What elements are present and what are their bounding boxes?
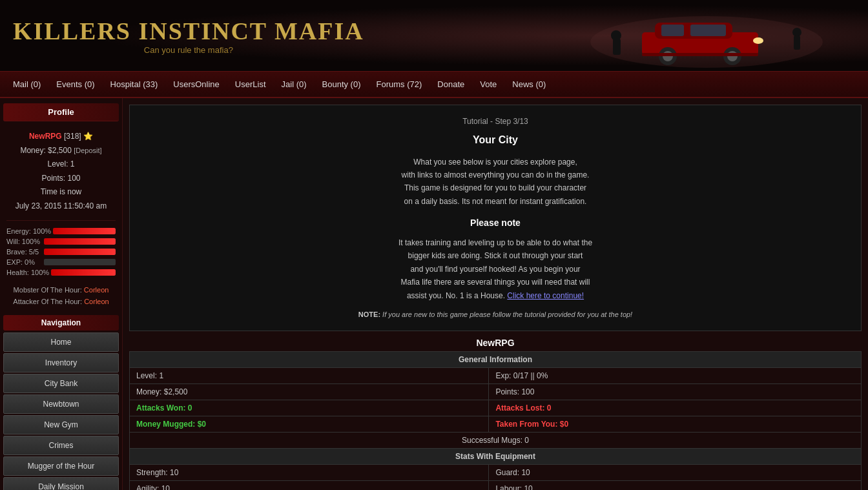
- strength-value: 10: [170, 468, 178, 477]
- nav-events[interactable]: Events (0): [50, 76, 101, 93]
- stat-energy: Energy: 100%: [6, 227, 116, 235]
- nav-crimes-button[interactable]: Crimes: [3, 436, 119, 455]
- site-title: KILLERS INSTINCT MAFIA: [13, 17, 364, 45]
- deposit-link[interactable]: [Deposit]: [74, 147, 101, 154]
- agility-value: 10: [161, 484, 170, 490]
- svg-rect-13: [613, 39, 621, 55]
- stat-brave-bar-bg: [44, 249, 116, 255]
- banner-car-decoration: [577, 3, 836, 68]
- attacks-won-value: 0: [188, 403, 192, 413]
- profile-header: Profile: [3, 103, 119, 121]
- labour-value: 10: [524, 484, 532, 490]
- sidebar: Profile NewRPG [318] ⭐ Money: $2,500 [De…: [0, 98, 123, 490]
- stat-health-label: Health: 100%: [6, 269, 49, 276]
- nav-news[interactable]: News (0): [506, 76, 552, 93]
- level-label-cell: Level: 1: [130, 367, 489, 383]
- nav-hospital[interactable]: Hospital (33): [104, 76, 165, 93]
- stat-health-bar-fill: [51, 269, 116, 276]
- strength-label: Strength:: [136, 468, 168, 477]
- main-content: Tutorial - Step 3/13 Your City What you …: [123, 98, 868, 490]
- mugged-row: Money Mugged: $0 Taken From You: $0: [130, 416, 862, 432]
- stat-brave-bar-fill: [44, 249, 116, 255]
- player-money: $2,500: [48, 146, 72, 155]
- nav-user-list[interactable]: UserList: [229, 76, 273, 93]
- money-label: Money:: [20, 146, 48, 155]
- svg-rect-5: [690, 25, 726, 36]
- stats-header: Stats With Equipment: [130, 448, 862, 464]
- note-p5: assist you. No. 1 is a House.: [407, 291, 505, 300]
- nav-home-button[interactable]: Home: [3, 332, 119, 352]
- mobster-hour-label: Mobster Of The Hour:: [14, 286, 82, 294]
- mobster-hour-name: Corleon: [84, 286, 109, 294]
- money-mugged-cell: Money Mugged: $0: [130, 416, 489, 432]
- stat-exp-label: EXP: 0%: [6, 258, 42, 266]
- taken-from-label: Taken From You:: [495, 420, 557, 429]
- nav-mail[interactable]: Mail (0): [6, 76, 47, 93]
- nav-vote[interactable]: Vote: [473, 76, 503, 93]
- guard-label: Guard:: [495, 468, 519, 477]
- profile-label: Profile: [48, 107, 74, 117]
- successful-mugs-label: Successful Mugs:: [462, 436, 522, 445]
- note-p1: It takes training and leveling up to be …: [398, 238, 592, 247]
- taken-from-cell: Taken From You: $0: [489, 416, 862, 432]
- note-p4: Mafia life there are several things you …: [401, 278, 590, 287]
- tutorial-p1: What you see below is your cities explor…: [413, 158, 577, 167]
- mobster-info: Mobster Of The Hour: Corleon Attacker Of…: [0, 282, 122, 310]
- nav-bounty[interactable]: Bounty (0): [316, 76, 367, 93]
- stats-section: Energy: 100% Will: 100% Brave: 5/5 EXP: …: [0, 224, 122, 282]
- exp-label: Exp:: [495, 371, 511, 380]
- points-label: Points:: [41, 174, 65, 183]
- nav-donate[interactable]: Donate: [431, 76, 471, 93]
- tutorial-p4: on a daily basis. Its not meant for inst…: [404, 197, 587, 206]
- money-mugged-label: Money Mugged:: [136, 420, 195, 429]
- exp-value: 0/17 || 0%: [513, 371, 548, 380]
- nav-new-gym-button[interactable]: New Gym: [3, 415, 119, 434]
- banner-title: KILLERS INSTINCT MAFIA Can you rule the …: [13, 17, 364, 55]
- attacks-lost-label: Attacks Lost:: [495, 403, 544, 413]
- nav-forums[interactable]: Forums (72): [370, 76, 429, 93]
- main-layout: Profile NewRPG [318] ⭐ Money: $2,500 [De…: [0, 98, 868, 490]
- stat-health-bar-bg: [51, 269, 116, 276]
- successful-mugs-value: 0: [524, 436, 529, 445]
- points-cell: Points: 100: [489, 383, 862, 400]
- stats-with-equipment-header-row: Stats With Equipment: [130, 448, 862, 464]
- points-label: Points:: [495, 387, 519, 396]
- note-bottom-text: If you are new to this game please follo…: [382, 311, 632, 318]
- strength-cell: Strength: 10: [130, 464, 489, 480]
- note-pre: NOTE:: [358, 311, 382, 318]
- money-cell: Money: $2,500: [130, 383, 489, 400]
- tutorial-note-bottom: NOTE: If you are new to this game please…: [143, 309, 848, 321]
- nav-inventory-button[interactable]: Inventory: [3, 353, 119, 373]
- money-points-row: Money: $2,500 Points: 100: [130, 383, 862, 400]
- attacks-row: Attacks Won: 0 Attacks Lost: 0: [130, 400, 862, 416]
- time-label: Time is now: [6, 185, 116, 199]
- nav-daily-mission-button[interactable]: Daily Mission: [3, 477, 119, 490]
- agility-cell: Agility: 10: [130, 480, 489, 490]
- stat-will-bar-bg: [44, 238, 116, 245]
- general-info-header-row: General Information: [130, 351, 862, 367]
- nav-city-bank-button[interactable]: City Bank: [3, 374, 119, 393]
- stat-will: Will: 100%: [6, 238, 116, 245]
- attacker-hour-label: Attacker Of The Hour:: [13, 298, 82, 305]
- nav-users-online[interactable]: UsersOnline: [167, 76, 226, 93]
- labour-label: Labour:: [495, 484, 522, 490]
- nav-newbtown-button[interactable]: Newbtown: [3, 394, 119, 414]
- attacks-lost-cell: Attacks Lost: 0: [489, 400, 862, 416]
- navbar: Mail (0) Events (0) Hospital (33) UsersO…: [0, 71, 868, 98]
- player-points: 100: [68, 174, 81, 183]
- note-p2: bigger kids are doing. Stick it out thro…: [408, 251, 583, 260]
- attacks-won-label: Attacks Won:: [136, 403, 185, 413]
- nav-mugger-button[interactable]: Mugger of the Hour: [3, 456, 119, 476]
- agility-label: Agility:: [136, 484, 159, 490]
- general-info-header: General Information: [130, 351, 862, 367]
- stat-energy-bar-bg: [53, 228, 116, 234]
- stat-will-bar-fill: [44, 238, 116, 245]
- attacker-hour-name: Corleon: [84, 298, 109, 305]
- nav-jail[interactable]: Jail (0): [275, 76, 313, 93]
- money-label: Money:: [136, 387, 161, 396]
- please-note: Please note: [143, 216, 848, 231]
- continue-link[interactable]: Click here to continue!: [507, 291, 584, 300]
- player-info: NewRPG [318] ⭐ Money: $2,500 [Deposit] L…: [0, 127, 122, 217]
- player-level: 1: [70, 159, 75, 168]
- player-rank: [318]: [64, 132, 81, 141]
